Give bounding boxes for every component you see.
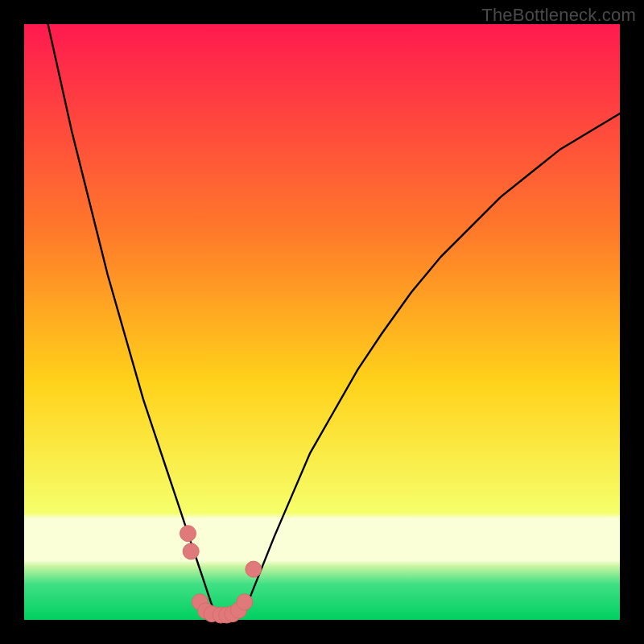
data-marker	[183, 543, 199, 559]
data-marker	[246, 561, 262, 577]
data-marker	[180, 526, 196, 542]
chart-frame: TheBottleneck.com	[0, 0, 644, 644]
chart-plot	[24, 24, 620, 620]
watermark-text: TheBottleneck.com	[481, 5, 636, 26]
data-marker	[237, 594, 253, 610]
gradient-background	[24, 24, 620, 620]
